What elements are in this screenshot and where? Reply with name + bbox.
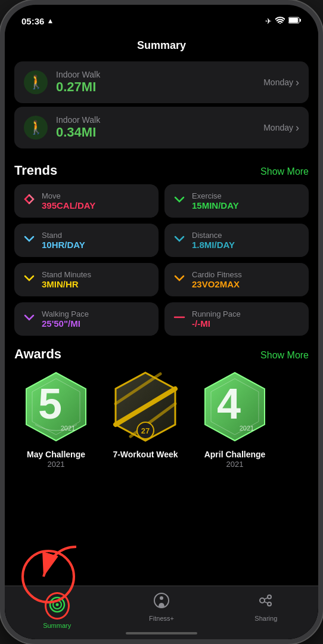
- fitness-icon: [153, 592, 170, 612]
- workout-card-1[interactable]: 🚶 Indoor Walk 0.27MI Monday: [14, 61, 309, 103]
- walk-icon-2: 🚶: [24, 116, 48, 140]
- award-seven-label: 7-Workout Week: [113, 449, 178, 460]
- workout-info-2: Indoor Walk 0.34MI: [56, 115, 100, 140]
- nav-title: Summary: [5, 31, 318, 58]
- trend-distance[interactable]: Distance 1.8MI/DAY: [164, 224, 309, 257]
- tab-fitness-label: Fitness+: [149, 615, 174, 622]
- walking-pace-icon: [23, 311, 36, 327]
- svg-text:2021: 2021: [240, 425, 254, 432]
- trend-stand-minutes[interactable]: Stand Minutes 3MIN/HR: [14, 263, 159, 296]
- trend-running-pace-info: Running Pace -/-MI: [192, 309, 241, 329]
- trend-stand[interactable]: Stand 10HR/DAY: [14, 224, 159, 257]
- awards-title: Awards: [14, 346, 61, 362]
- summary-icon-ring: [45, 592, 70, 620]
- status-time: 05:36 ▲: [21, 16, 54, 26]
- svg-line-27: [265, 598, 268, 600]
- trend-stand-minutes-value: 3MIN/HR: [42, 279, 91, 289]
- wifi-icon: [275, 17, 285, 26]
- phone-screen: 05:36 ▲ ✈: [5, 5, 318, 639]
- trend-exercise-value: 15MIN/DAY: [192, 200, 239, 210]
- workout-value-2: 0.34MI: [56, 125, 100, 140]
- exercise-icon: [173, 193, 186, 209]
- award-seven[interactable]: 27 7-Workout Week: [104, 368, 187, 470]
- workout-card-2[interactable]: 🚶 Indoor Walk 0.34MI Monday: [14, 107, 309, 148]
- trend-stand-value: 10HR/DAY: [42, 240, 85, 250]
- cardio-icon: [173, 271, 186, 287]
- award-may-badge: 5 2021: [17, 368, 95, 445]
- trend-move-value: 395CAL/DAY: [42, 200, 95, 210]
- status-icons: ✈: [265, 17, 302, 26]
- trend-running-pace-value: -/-MI: [192, 318, 241, 329]
- airplane-icon: ✈: [265, 17, 272, 26]
- summary-icon: [49, 596, 66, 613]
- award-seven-badge: 27: [107, 368, 184, 445]
- tab-bar: Summary Fitness+: [5, 586, 318, 639]
- svg-line-28: [265, 602, 268, 603]
- trend-cardio-value: 23VO2MAX: [192, 279, 242, 289]
- awards-show-more[interactable]: Show More: [260, 350, 309, 361]
- trend-stand-minutes-info: Stand Minutes 3MIN/HR: [42, 270, 91, 289]
- award-may[interactable]: 5 2021 May Challenge 2021: [14, 368, 98, 470]
- trends-show-more[interactable]: Show More: [260, 166, 309, 177]
- running-pace-icon: [173, 311, 186, 324]
- home-indicator: [126, 632, 197, 634]
- svg-point-25: [268, 595, 271, 599]
- tab-summary[interactable]: Summary: [5, 592, 109, 629]
- trend-walking-pace-name: Walking Pace: [42, 309, 89, 318]
- svg-text:4: 4: [217, 380, 241, 428]
- workout-info: Indoor Walk 0.27MI: [56, 70, 100, 95]
- phone-frame: 05:36 ▲ ✈: [0, 0, 323, 644]
- chevron-icon: [296, 76, 299, 89]
- trend-exercise-info: Exercise 15MIN/DAY: [192, 191, 239, 210]
- tab-sharing[interactable]: Sharing: [214, 592, 318, 622]
- trend-stand-minutes-name: Stand Minutes: [42, 270, 91, 279]
- trend-cardio[interactable]: Cardio Fitness 23VO2MAX: [164, 263, 309, 296]
- trend-walking-pace[interactable]: Walking Pace 25'50"/MI: [14, 302, 159, 336]
- svg-rect-2: [300, 18, 301, 21]
- move-icon: [23, 193, 36, 209]
- trend-move-info: Move 395CAL/DAY: [42, 191, 95, 210]
- trend-stand-info: Stand 10HR/DAY: [42, 231, 85, 250]
- workout-day: Monday: [263, 76, 299, 89]
- workout-name: Indoor Walk: [56, 70, 100, 79]
- trend-move[interactable]: Move 395CAL/DAY: [14, 184, 159, 218]
- svg-point-24: [260, 598, 265, 603]
- workout-day-2: Monday: [263, 122, 299, 134]
- walk-icon: 🚶: [24, 70, 48, 94]
- trend-running-pace-name: Running Pace: [192, 309, 241, 318]
- trend-walking-pace-info: Walking Pace 25'50"/MI: [42, 309, 89, 329]
- trend-exercise[interactable]: Exercise 15MIN/DAY: [164, 184, 309, 218]
- trend-walking-pace-value: 25'50"/MI: [42, 318, 89, 329]
- svg-point-26: [268, 602, 271, 606]
- trend-distance-name: Distance: [192, 231, 235, 240]
- award-april[interactable]: 4 2021 April Challenge 2021: [193, 368, 277, 470]
- awards-row: 5 2021 May Challenge 2021: [14, 368, 309, 470]
- workout-left: 🚶 Indoor Walk 0.27MI: [24, 70, 100, 95]
- trend-distance-value: 1.8MI/DAY: [192, 240, 235, 250]
- red-arrow: [35, 544, 82, 586]
- tab-sharing-label: Sharing: [254, 615, 277, 622]
- trend-exercise-name: Exercise: [192, 191, 239, 200]
- trend-cardio-info: Cardio Fitness 23VO2MAX: [192, 270, 242, 289]
- stand-icon: [23, 232, 36, 248]
- tab-fitness[interactable]: Fitness+: [109, 592, 213, 622]
- trends-title: Trends: [14, 163, 57, 178]
- trend-move-name: Move: [42, 191, 95, 200]
- trend-stand-name: Stand: [42, 231, 85, 240]
- sharing-icon: [257, 592, 274, 612]
- award-april-badge: 4 2021: [196, 368, 274, 445]
- chevron-icon-2: [296, 122, 299, 134]
- svg-point-21: [55, 603, 58, 606]
- tab-summary-label: Summary: [43, 622, 71, 629]
- svg-rect-1: [289, 18, 298, 23]
- awards-section: 5 2021 May Challenge 2021: [5, 368, 318, 470]
- svg-text:5: 5: [38, 380, 62, 428]
- workout-value: 0.27MI: [56, 79, 100, 95]
- awards-header: Awards Show More: [5, 336, 318, 368]
- award-april-label: April Challenge 2021: [204, 449, 266, 470]
- trend-running-pace[interactable]: Running Pace -/-MI: [164, 302, 309, 336]
- distance-icon: [173, 232, 186, 248]
- trends-header: Trends Show More: [5, 152, 318, 184]
- location-icon: ▲: [46, 17, 54, 25]
- battery-icon: [288, 17, 302, 26]
